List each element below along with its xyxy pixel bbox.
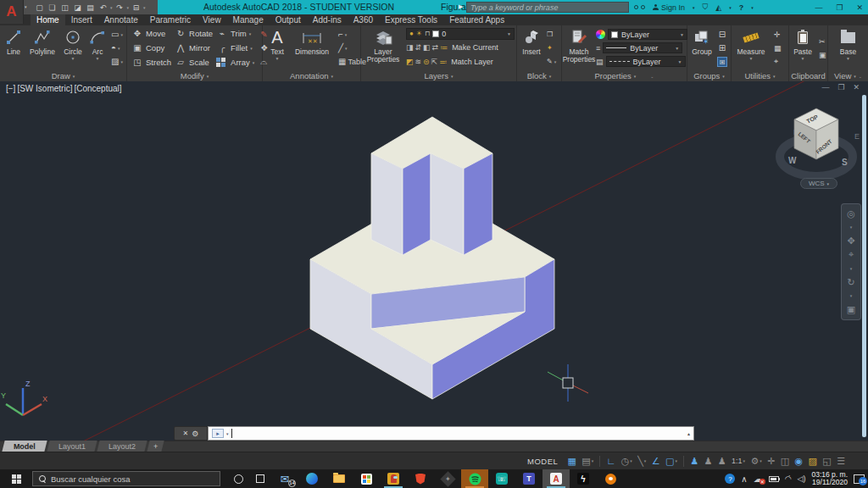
- layer-state-icon[interactable]: ◩: [406, 58, 414, 66]
- make-current-icon[interactable]: ≔: [440, 43, 448, 52]
- customization-icon[interactable]: ☰: [837, 456, 845, 467]
- viewcube[interactable]: N W S E TOP LEFT FRONT: [780, 108, 860, 176]
- command-expand-icon[interactable]: ▴: [687, 430, 690, 436]
- circle-button[interactable]: Circle ▼: [59, 27, 86, 69]
- save-icon[interactable]: ◫: [59, 1, 70, 14]
- open-file-icon[interactable]: ❏: [47, 1, 58, 14]
- viewport-control-menu[interactable]: [−]: [6, 84, 15, 93]
- undo-dropdown-icon[interactable]: ▾: [110, 5, 113, 10]
- move-button[interactable]: ✥Move: [131, 26, 171, 41]
- taskbar-app-mail[interactable]: ✉14: [271, 469, 298, 488]
- fillet-dropdown-icon[interactable]: ▾: [250, 46, 253, 51]
- layer-off-icon[interactable]: ◨: [406, 43, 414, 52]
- app-store-cart-icon[interactable]: ⛉: [703, 3, 709, 12]
- make-current-button[interactable]: Make Current: [452, 43, 498, 52]
- layer-isolate-icon[interactable]: ⇵: [415, 43, 422, 52]
- sign-in-button[interactable]: Sign In: [653, 3, 685, 12]
- search-go-icon[interactable]: ▶: [459, 3, 463, 10]
- panel-label-utilities[interactable]: Utilities▾: [732, 70, 788, 81]
- panel-label-block[interactable]: Block▾: [517, 70, 561, 81]
- ungroup-icon[interactable]: ⊟: [717, 30, 727, 40]
- taskbar-app-explorer[interactable]: [326, 469, 353, 488]
- taskbar-app-whatsapp[interactable]: ☏: [488, 469, 515, 488]
- viewport-visual-style-control[interactable]: [Conceptual]: [74, 84, 121, 93]
- base-dropdown-icon[interactable]: ▼: [846, 56, 850, 61]
- object-snap-icon[interactable]: ▢▾: [665, 456, 677, 467]
- viewport-scrollbar[interactable]: [862, 95, 866, 437]
- properties-expander-icon[interactable]: ⌄: [650, 74, 654, 79]
- paste-dropdown-icon[interactable]: ▼: [801, 56, 805, 61]
- multileader-icon[interactable]: ╱: [338, 43, 343, 53]
- group-edit-icon[interactable]: ⊞: [717, 43, 727, 53]
- save-as-icon[interactable]: ◪: [72, 1, 83, 14]
- signin-dropdown-icon[interactable]: ▾: [693, 5, 695, 10]
- tab-express-tools[interactable]: Express Tools: [379, 14, 443, 25]
- cut-icon[interactable]: ✂: [819, 37, 826, 46]
- tab-addins[interactable]: Add-ins: [307, 14, 348, 25]
- object-snap-tracking-icon[interactable]: ∠: [652, 456, 660, 467]
- taskbar-app-blender[interactable]: [597, 469, 624, 488]
- taskbar-app-amongus[interactable]: [380, 469, 407, 488]
- model-space-viewport[interactable]: Z Y X N W S E TOP LEFT: [0, 81, 868, 441]
- isolate-objects-icon[interactable]: ▨: [809, 456, 817, 467]
- fillet-button[interactable]: ╭Fillet▾: [216, 41, 254, 55]
- tab-layout2[interactable]: Layout2: [97, 441, 147, 452]
- help-dropdown-icon[interactable]: ▾: [751, 5, 754, 10]
- leader-icon[interactable]: ⌐: [338, 30, 343, 39]
- group-selection-toggle-icon[interactable]: ⧆: [717, 57, 727, 67]
- panel-label-clipboard[interactable]: Clipboard: [789, 70, 827, 81]
- undo-icon[interactable]: ↶: [97, 1, 108, 14]
- point-id-icon[interactable]: ⌖: [774, 57, 778, 66]
- start-button[interactable]: [0, 469, 32, 488]
- orbit-dropdown-icon[interactable]: ▾: [850, 291, 853, 301]
- panel-label-modify[interactable]: Modify▾: [127, 70, 262, 81]
- new-layout-button[interactable]: +: [147, 441, 164, 452]
- annotation-scale-icon[interactable]: ♟: [718, 456, 726, 467]
- minimize-button[interactable]: —: [815, 3, 822, 12]
- leader-dropdown-icon[interactable]: ▾: [345, 32, 348, 37]
- trim-dropdown-icon[interactable]: ▾: [249, 31, 252, 36]
- text-dropdown-icon[interactable]: ▼: [275, 56, 280, 61]
- arc-button[interactable]: Arc ▼: [86, 27, 108, 69]
- drawing-canvas[interactable]: Z Y X N W S E TOP LEFT: [0, 81, 868, 441]
- annotation-scale-value[interactable]: 1:1: [732, 457, 743, 465]
- group-button[interactable]: ✶ Group: [689, 27, 715, 69]
- layer-dropdown[interactable]: ● ☀ ⊓ 0 ▼: [406, 28, 515, 40]
- close-button[interactable]: ✕: [856, 3, 863, 12]
- polyline-button[interactable]: Polyline: [25, 27, 59, 69]
- action-center-icon[interactable]: 16: [854, 474, 865, 484]
- stretch-button[interactable]: ◳Stretch: [131, 55, 171, 69]
- quick-calc-icon[interactable]: ▦: [774, 44, 782, 53]
- line-button[interactable]: Line: [2, 27, 25, 69]
- hatch-icon[interactable]: ▨: [111, 57, 119, 66]
- hardware-acceleration-icon[interactable]: ◉: [795, 456, 804, 467]
- panel-label-properties[interactable]: Properties▾⌄: [562, 70, 687, 81]
- tray-chevron-icon[interactable]: ∧: [741, 474, 747, 484]
- layer-properties-button[interactable]: LayerProperties: [364, 27, 403, 69]
- tab-parametric[interactable]: Parametric: [144, 14, 197, 25]
- annotation-visibility-icon[interactable]: ♟: [690, 456, 698, 467]
- layer-delete-icon[interactable]: ⇱: [431, 58, 438, 66]
- match-properties-button[interactable]: MatchProperties: [565, 27, 593, 69]
- ortho-toggle-icon[interactable]: ∟: [607, 456, 616, 466]
- rotate-button[interactable]: ↻Rotate: [175, 26, 213, 41]
- tab-a360[interactable]: A360: [348, 14, 379, 25]
- tray-help-icon[interactable]: ?: [725, 474, 735, 484]
- tab-manage[interactable]: Manage: [227, 14, 270, 25]
- onedrive-error-icon[interactable]: ☁: [754, 474, 763, 485]
- tab-featured-apps[interactable]: Featured Apps: [443, 14, 510, 25]
- block-editor-icon[interactable]: ✎: [547, 58, 553, 65]
- navigation-wheel-icon[interactable]: ◎: [847, 209, 855, 219]
- arc-dropdown-icon[interactable]: ▼: [96, 56, 100, 61]
- trim-button[interactable]: ⌁Trim▾: [216, 26, 254, 41]
- taskbar-clock[interactable]: 03:16 p. m. 19/11/2020: [811, 471, 848, 486]
- layer-freeze-icon[interactable]: ◧: [423, 43, 431, 52]
- command-tools-icon[interactable]: ⚙: [192, 430, 198, 438]
- grid-toggle-icon[interactable]: ▦: [567, 456, 576, 467]
- new-file-icon[interactable]: ▢: [34, 1, 45, 14]
- a360-icon[interactable]: ◭: [715, 3, 721, 12]
- ellipse-dropdown-icon[interactable]: ▾: [118, 46, 120, 51]
- redo-icon[interactable]: ↷: [114, 1, 125, 14]
- copy-clip-icon[interactable]: ▣: [819, 51, 826, 59]
- taskbar-app-store[interactable]: [353, 469, 380, 488]
